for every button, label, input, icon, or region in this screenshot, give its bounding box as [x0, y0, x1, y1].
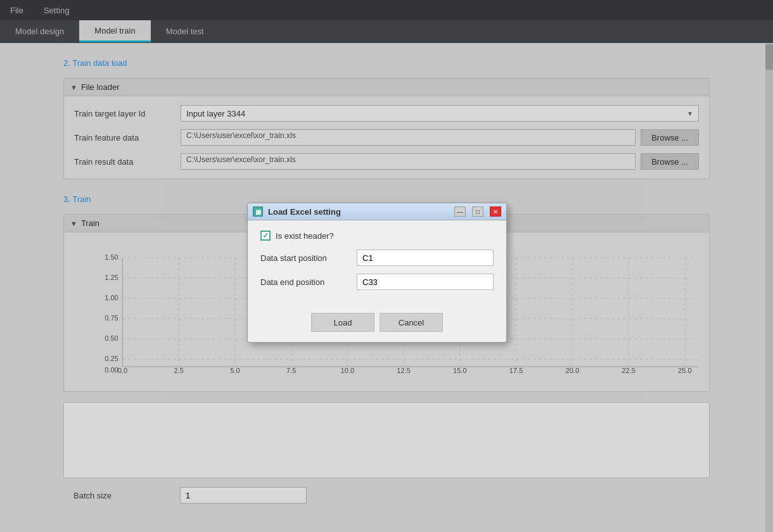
data-end-position-row: Data end position [260, 274, 494, 290]
modal-title-icon: ▣ [253, 206, 263, 217]
is-exist-header-checkbox[interactable]: ✓ [260, 231, 271, 241]
modal-title-text: Load Excel setting [268, 207, 448, 217]
modal-body: ✓ Is exist header? Data start position D… [248, 220, 506, 308]
modal-minimize-button[interactable]: — [454, 206, 466, 217]
modal-close-button[interactable]: ✕ [490, 206, 501, 217]
modal-titlebar: ▣ Load Excel setting — □ ✕ [248, 203, 506, 220]
data-start-position-row: Data start position [260, 250, 494, 266]
cancel-button[interactable]: Cancel [380, 313, 443, 332]
data-end-position-input[interactable] [357, 274, 494, 290]
modal-overlay: ▣ Load Excel setting — □ ✕ ✓ Is exist he… [0, 0, 773, 532]
data-end-position-label: Data end position [260, 277, 349, 287]
modal-maximize-button[interactable]: □ [472, 206, 483, 217]
is-exist-header-label: Is exist header? [276, 231, 334, 241]
data-start-position-label: Data start position [260, 253, 349, 263]
is-exist-header-row: ✓ Is exist header? [260, 231, 494, 241]
load-button[interactable]: Load [311, 313, 374, 332]
modal-footer: Load Cancel [248, 308, 506, 342]
load-excel-modal: ▣ Load Excel setting — □ ✕ ✓ Is exist he… [247, 203, 507, 343]
data-start-position-input[interactable] [357, 250, 494, 266]
